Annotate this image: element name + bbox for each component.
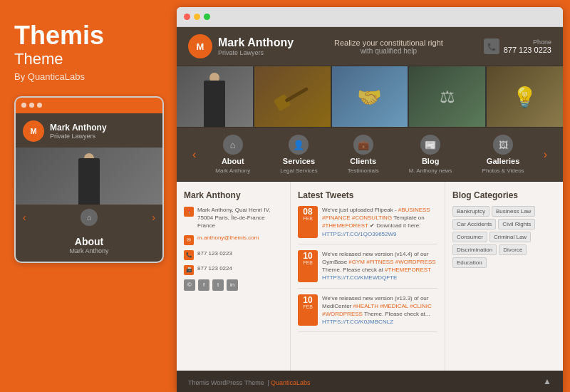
- phone-number: 877 123 0223: [504, 46, 551, 54]
- hash-clinic: #CLINIC: [410, 303, 432, 309]
- hash-tf1: #THEMEFOREST: [322, 222, 368, 229]
- contact-email-item[interactable]: ✉ m.anthony@themis.com: [184, 234, 283, 245]
- nav-item-galleries[interactable]: 🖼 Galleries Photos & Videos: [475, 132, 532, 177]
- mobile-home-icon[interactable]: ⌂: [81, 209, 98, 226]
- hero-img-5: 💡: [487, 66, 563, 127]
- contact-address: Mark Anthony, Quai Henri IV, 75004 Paris…: [197, 206, 283, 230]
- tag-discrimination[interactable]: Discrimination: [452, 244, 497, 255]
- address-icon: 📍: [184, 207, 194, 217]
- tagline1: Realize your constitutional right: [308, 38, 470, 47]
- mobile-nav-left[interactable]: ‹: [23, 212, 26, 223]
- tag-bankruptcy[interactable]: Bankruptcy: [452, 206, 489, 217]
- contact-column: Mark Anthony 📍 Mark Anthony, Quai Henri …: [177, 182, 291, 371]
- social-icon-in[interactable]: in: [227, 279, 238, 291]
- site-logo: M: [188, 34, 212, 58]
- tag-divorce[interactable]: Divorce: [499, 244, 527, 255]
- tweet-link-3[interactable]: HTTPS://T.CO/K0JMBCNLZ: [322, 319, 393, 325]
- contact-phone2-item: 📠 877 123 0224: [184, 264, 283, 275]
- hash-fitness: #FITNESS: [366, 259, 393, 265]
- left-panel: Themis Theme By QuanticaLabs M Mark Anth…: [0, 0, 177, 392]
- tweet-day-3: 10: [299, 296, 317, 304]
- hero-img-4: ⚖: [409, 66, 485, 127]
- handshake-icon: 🤝: [357, 85, 382, 108]
- nav-services-icon: 👤: [289, 135, 309, 155]
- tag-car-accidents[interactable]: Car Accidents: [452, 219, 496, 229]
- brand-section: Themis Theme By QuanticaLabs: [14, 21, 162, 82]
- footer-link[interactable]: QuanticaLabs: [271, 379, 311, 386]
- tweet-item-1: 08 FEB We've just uploaded Flipeak - #BU…: [298, 206, 437, 244]
- hash-consulting: #CONSULTING: [352, 215, 392, 221]
- nav-item-services[interactable]: 👤 Services Legal Services: [273, 132, 324, 177]
- nav-galleries-label: Galleries: [487, 157, 519, 165]
- tag-business-law[interactable]: Business Law: [492, 206, 535, 217]
- hash-wp2: #WORDPRESS: [322, 311, 363, 317]
- nav-item-about[interactable]: ⌂ About Mark Anthony: [208, 132, 257, 177]
- email-icon: ✉: [184, 235, 194, 245]
- site-nav: ‹ ⌂ About Mark Anthony 👤 Services Legal …: [177, 127, 563, 182]
- mobile-logo: M: [23, 120, 44, 142]
- gavel-head: [274, 93, 291, 111]
- tweet-date-3: 10 FEB: [298, 294, 318, 326]
- tweet-text-3: We've released new version (v13.3) of ou…: [322, 294, 437, 326]
- nav-item-blog[interactable]: 📰 Blog M. Anthony news: [402, 132, 460, 177]
- nav-clients-label: Clients: [350, 157, 376, 165]
- nav-right-arrow[interactable]: ›: [539, 148, 551, 161]
- tweet-item-2: 10 FEB We've released new version (v14.4…: [298, 250, 437, 289]
- site-footer: Themis WordPress Theme | QuanticaLabs ▲: [177, 371, 563, 392]
- social-icon-t[interactable]: t: [212, 279, 224, 291]
- nav-blog-sub: M. Anthony news: [409, 167, 452, 174]
- browser-bar: [177, 7, 563, 27]
- phone1-icon: 📞: [184, 250, 194, 260]
- tweet-link-2[interactable]: HTTPS://T.CO/KMEWDQFTE: [322, 274, 397, 281]
- mobile-about: About Mark Anthony: [16, 230, 162, 262]
- nav-item-clients[interactable]: 💼 Clients Testimonials: [341, 132, 386, 177]
- social-icon-c[interactable]: ©: [184, 279, 195, 291]
- bulb-icon: 💡: [512, 85, 537, 108]
- nav-services-label: Services: [283, 157, 315, 165]
- tweet-link-1[interactable]: HTTPS://T.CO/1QO39652W9: [322, 231, 396, 237]
- site-header: M Mark Anthony Private Lawyers Realize y…: [177, 27, 563, 66]
- tag-criminal-law[interactable]: Criminal Law: [489, 232, 531, 242]
- mobile-dot-2: [29, 103, 34, 108]
- brand-by: By QuanticaLabs: [14, 71, 162, 82]
- hero-figure-suit: [204, 81, 225, 127]
- contact-phone1: 877 123 0223: [197, 249, 232, 257]
- nav-about-label: About: [222, 157, 244, 165]
- phone-label: Phone: [504, 38, 551, 46]
- nav-blog-label: Blog: [422, 157, 439, 165]
- tweet-month-2: FEB: [299, 260, 317, 265]
- nav-left-arrow[interactable]: ‹: [188, 148, 200, 161]
- contact-phone1-item: 📞 877 123 0223: [184, 249, 283, 260]
- browser-dot-green[interactable]: [204, 14, 210, 20]
- browser-dot-yellow[interactable]: [194, 14, 200, 20]
- mobile-about-sub: Mark Anthony: [16, 247, 162, 254]
- hash-gym: #GYM: [348, 259, 365, 265]
- tag-civil-rights[interactable]: Civil Rights: [498, 219, 535, 229]
- social-icons: © f t in: [184, 279, 283, 291]
- contact-email: m.anthony@themis.com: [197, 234, 259, 241]
- hero-img-3: 🤝: [332, 66, 408, 127]
- footer-left: Themis WordPress Theme | QuanticaLabs: [188, 375, 311, 388]
- tag-cloud: BankruptcyBusiness LawCar AccidentsCivil…: [452, 206, 556, 268]
- mobile-dot-1: [21, 103, 26, 108]
- phone-text: Phone 877 123 0223: [504, 38, 551, 54]
- tweet-day-2: 10: [299, 252, 317, 260]
- nav-clients-sub: Testimonials: [348, 167, 379, 174]
- contact-phone2: 877 123 0224: [197, 264, 232, 272]
- tweet-text-1: We've just uploaded Flipeak - #BUSINESS …: [322, 206, 437, 238]
- nav-clients-icon: 💼: [353, 135, 373, 155]
- tag-education[interactable]: Education: [452, 257, 487, 268]
- nav-blog-icon: 📰: [420, 135, 440, 155]
- social-icon-f[interactable]: f: [198, 279, 209, 291]
- footer-arrow[interactable]: ▲: [543, 376, 551, 386]
- mobile-nav-right[interactable]: ›: [152, 212, 155, 223]
- browser-dot-red[interactable]: [184, 14, 190, 20]
- tweet-day-1: 08: [299, 207, 317, 216]
- phone2-icon: 📠: [184, 265, 194, 275]
- footer-text: Themis WordPress Theme: [188, 379, 264, 386]
- mobile-about-label: About: [16, 236, 162, 247]
- tag-consumer[interactable]: Consumer: [452, 232, 487, 242]
- hash-health: #HEALTH: [353, 303, 378, 309]
- tagline2: with qualified help: [308, 47, 470, 55]
- hash-business: #BUSINESS: [398, 207, 430, 213]
